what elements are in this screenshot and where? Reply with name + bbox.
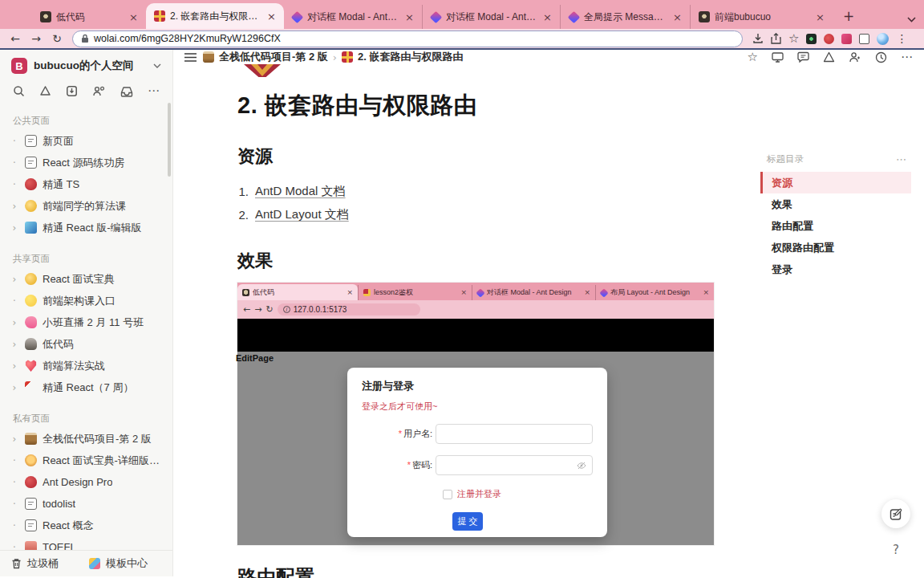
mini-tab: 对话框 Modal - Ant Design×: [472, 285, 595, 300]
browser-menu-icon[interactable]: ⋮: [896, 33, 907, 44]
sidebar-item[interactable]: ·React 源码练功房: [0, 152, 172, 173]
link-antd-modal-doc[interactable]: AntD Modal 文档: [255, 184, 346, 199]
toc-item-login[interactable]: 登录: [760, 258, 911, 280]
forward-button[interactable]: →: [27, 33, 45, 44]
download-icon[interactable]: [752, 33, 764, 44]
wolai-app: B bubucuo的个人空间 ⋯ 公共页面 ·新页面 ·React 源码练功房 …: [0, 50, 924, 576]
expand-caret-icon[interactable]: ›: [10, 201, 19, 211]
sidebar-item[interactable]: ›React 面试宝典: [0, 268, 172, 290]
expand-caret-icon[interactable]: ›: [10, 275, 19, 284]
more-icon[interactable]: ⋯: [901, 51, 913, 63]
sidebar-item[interactable]: ·前端架构课入口: [0, 290, 172, 311]
tab-close-icon[interactable]: ×: [265, 11, 278, 22]
more-icon[interactable]: ⋯: [148, 85, 160, 97]
workspace-switcher[interactable]: B bubucuo的个人空间: [0, 50, 172, 79]
search-icon[interactable]: [13, 85, 25, 97]
browser-tab[interactable]: 低代码×: [32, 5, 146, 29]
bullet-icon[interactable]: ·: [10, 478, 19, 487]
browser-tab[interactable]: 前端bubucuo×: [690, 5, 833, 29]
heading-routes: 路由配置: [237, 564, 783, 578]
template-center-button[interactable]: 模板中心: [89, 556, 148, 571]
bullet-icon[interactable]: ·: [10, 543, 19, 551]
breadcrumb-separator: ›: [333, 52, 337, 63]
history-icon[interactable]: [875, 51, 887, 63]
breadcrumb-page[interactable]: 2. 嵌套路由与权限路由: [358, 50, 463, 64]
browser-tab[interactable]: 全局提示 Message - Ant D×: [560, 5, 690, 29]
tab-close-icon[interactable]: ×: [814, 12, 826, 22]
favorite-star-icon[interactable]: ☆: [748, 51, 758, 63]
extension-icon[interactable]: [806, 34, 817, 44]
comment-icon[interactable]: [797, 51, 809, 63]
expand-caret-icon[interactable]: ›: [10, 383, 19, 393]
tab-close-icon[interactable]: ×: [671, 12, 683, 22]
bullet-icon[interactable]: ·: [10, 136, 19, 146]
address-bar[interactable]: wolai.com/6mgG28HY2KmuRyW1296CfX: [72, 31, 743, 47]
trash-button[interactable]: 垃圾桶: [11, 556, 59, 571]
add-member-icon[interactable]: [849, 51, 861, 63]
members-icon[interactable]: [92, 85, 106, 97]
sidebar-item[interactable]: ›前端算法实战: [0, 355, 172, 377]
expand-caret-icon[interactable]: ›: [10, 318, 19, 328]
sidebar-item[interactable]: ·TOEFL: [0, 536, 172, 550]
sidebar-scrollbar[interactable]: [168, 103, 171, 177]
breadcrumb-root[interactable]: 全栈低代码项目-第 2 版: [219, 50, 328, 64]
sidebar-item[interactable]: ·React 概念: [0, 515, 172, 536]
share-triangle-icon[interactable]: [39, 85, 51, 97]
sidebar-item[interactable]: ›全栈低代码项目-第 2 版: [0, 428, 172, 450]
sidebar-item-new-page[interactable]: ·新页面: [0, 130, 172, 152]
toc-item-effect[interactable]: 效果: [760, 193, 911, 215]
sidebar-item[interactable]: ·精通 TS: [0, 173, 172, 195]
bullet-icon[interactable]: ·: [10, 296, 19, 306]
tab-close-icon[interactable]: ×: [128, 12, 140, 22]
browser-tab-active[interactable]: 2. 嵌套路由与权限路由×: [146, 3, 284, 29]
dark-app-favicon-icon: [40, 11, 51, 22]
new-tab-button[interactable]: +: [837, 5, 860, 27]
inbox-icon[interactable]: [120, 86, 133, 97]
toc-item-auth-routes[interactable]: 权限路由配置: [760, 237, 911, 258]
bullet-icon[interactable]: ·: [10, 456, 19, 466]
expand-caret-icon[interactable]: ›: [10, 361, 19, 371]
browser-tab[interactable]: 对话框 Modal - Ant Design×: [284, 5, 422, 29]
sidebar-item[interactable]: ›低代码: [0, 333, 172, 355]
mini-toolbar: ← → ↻ i 127.0.0.1:5173: [237, 300, 714, 319]
share-triangle-icon[interactable]: [823, 51, 835, 63]
import-icon[interactable]: [66, 85, 78, 97]
extension-icon[interactable]: [859, 34, 869, 44]
sidebar-item[interactable]: ›精通 React（7 周）: [0, 377, 172, 398]
bullet-icon[interactable]: ·: [10, 499, 19, 509]
tab-close-icon[interactable]: ×: [541, 12, 553, 22]
back-button[interactable]: ←: [6, 33, 24, 44]
tab-search-chevron-icon[interactable]: [907, 17, 916, 22]
hamburger-menu-icon[interactable]: [184, 53, 197, 62]
present-icon[interactable]: [772, 51, 784, 63]
bullet-icon[interactable]: ·: [10, 521, 19, 531]
sidebar-item[interactable]: ›精通 React 版-编辑版: [0, 217, 172, 238]
link-antd-layout-doc[interactable]: AntD Layout 文档: [255, 207, 349, 222]
toc-item-routes[interactable]: 路由配置: [760, 215, 911, 237]
toc-item-resources[interactable]: 资源: [760, 172, 911, 193]
bullet-icon[interactable]: ·: [10, 158, 19, 168]
expand-caret-icon[interactable]: ›: [10, 340, 19, 349]
toc-more-icon[interactable]: ⋯: [896, 154, 906, 165]
bookmark-star-icon[interactable]: ☆: [788, 33, 799, 45]
expand-caret-icon[interactable]: ›: [10, 434, 19, 444]
sidebar-item[interactable]: ›小班直播 2 月 11 号班: [0, 311, 172, 333]
sidebar-item[interactable]: ›前端同学的算法课: [0, 195, 172, 217]
workspace-name: bubucuo的个人空间: [34, 59, 147, 73]
expand-caret-icon[interactable]: ›: [10, 223, 19, 233]
modal-note: 登录之后才可使用~: [362, 401, 593, 413]
help-button[interactable]: ?: [887, 541, 905, 559]
profile-avatar[interactable]: [877, 33, 889, 45]
share-icon[interactable]: [771, 33, 781, 44]
sidebar-item[interactable]: ·todolist: [0, 493, 172, 515]
sidebar-item[interactable]: ·React 面试宝典-详细版大纲: [0, 450, 172, 471]
tab-close-icon[interactable]: ×: [403, 12, 415, 22]
reload-button[interactable]: ↻: [48, 33, 66, 44]
browser-tab[interactable]: 对话框 Modal - Ant Design×: [422, 5, 560, 29]
feedback-button[interactable]: [881, 499, 910, 528]
extension-icon[interactable]: [824, 34, 834, 44]
extension-icon[interactable]: [841, 34, 852, 44]
sidebar-item[interactable]: ·Ant Design Pro: [0, 471, 172, 493]
bullet-icon[interactable]: ·: [10, 180, 19, 189]
embedded-screenshot[interactable]: 低代码× lesson2鉴权× 对话框 Modal - Ant Design× …: [237, 283, 714, 545]
